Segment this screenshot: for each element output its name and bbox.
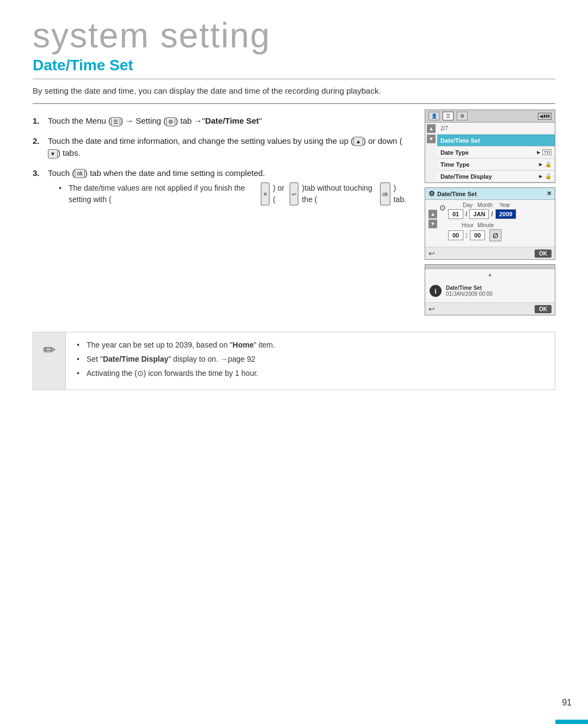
close-icon[interactable]: ✕	[547, 190, 552, 197]
step-1-number: 1.	[33, 115, 44, 127]
minute-label: Minute	[477, 222, 494, 228]
ui-panel-menu: 👤 ☰ ⚙ ◀▮▮▮ ▲ ▼ 2/7	[425, 109, 555, 183]
info-content: Date/Time Set 01/JAN/2009 00:00	[446, 285, 493, 297]
ok-icon: ok	[75, 169, 85, 178]
ok-btn-panel3[interactable]: OK	[535, 305, 552, 313]
bullet-1: •	[77, 340, 82, 351]
page-description: By setting the date and time, you can di…	[33, 86, 555, 104]
menu-icon: ☰	[111, 117, 120, 126]
panel3-arrow-row: ▲	[425, 269, 555, 279]
note-box: ✏ • The year can be set up to 2039, base…	[33, 332, 555, 390]
bullet-2: •	[77, 354, 82, 365]
step-3-text: Touch (ok) tab when the date and time se…	[48, 167, 408, 206]
bullet-3: •	[77, 368, 82, 379]
panel3-body: i Date/Time Set 01/JAN/2009 00:00	[425, 279, 555, 302]
panel2-title: Date/Time Set	[437, 191, 477, 197]
panel3-up-arrow: ▲	[487, 271, 493, 277]
date-labels-row: Day Month Year	[460, 202, 552, 208]
step-3-bullet: The date/time values are not applied if …	[59, 182, 408, 205]
minute-field[interactable]: 00	[470, 230, 485, 240]
menu-item-datetype-label: Date Type	[440, 149, 536, 156]
panel2-body: ▲ ▼ ⊙ Day Month Year	[425, 200, 555, 247]
note-icon-col: ✏	[33, 332, 66, 390]
cancel-circle-btn[interactable]: Ø	[489, 229, 501, 241]
clock-icon: ⊙	[439, 203, 446, 212]
step-3: 3. Touch (ok) tab when the date and time…	[33, 167, 408, 206]
menu-item-datetype[interactable]: Date Type ► TD	[437, 147, 555, 159]
menu-item-datetimedisp[interactable]: Date/Time Display ► 🔒	[437, 171, 555, 182]
note-text-3: Activating the (⊙) icon forwards the tim…	[87, 368, 258, 379]
row-number: 2/7	[440, 125, 448, 131]
gear-icon-panel2: ⚙	[428, 190, 435, 198]
menu-item-datetype-value: ► TD	[536, 149, 552, 155]
up-nav-btn[interactable]: ▲	[427, 124, 436, 133]
day-field[interactable]: 01	[448, 209, 463, 219]
back-btn-panel3[interactable]: ↩	[428, 305, 435, 313]
panel2-bottom: ↩ OK	[425, 247, 555, 259]
menu-row-num: 2/7	[437, 123, 555, 135]
person-icon: 👤	[428, 112, 439, 120]
note-item-1: • The year can be set up to 2039, based …	[77, 340, 544, 351]
panel2-content-row: ▲ ▼ ⊙ Day Month Year	[428, 202, 552, 245]
header-icons-row: 👤 ☰ ⚙	[428, 112, 468, 120]
step-2-number: 2.	[33, 135, 44, 160]
page-subtitle: Date/Time Set	[33, 57, 555, 80]
ui-panel-datetime: ⚙ Date/Time Set ✕ ▲ ▼ ⊙	[425, 187, 555, 260]
menu-item-datetime[interactable]: Date/Time Set	[437, 135, 555, 147]
back-icon: ↩	[290, 182, 298, 205]
gear-icon: ⚙	[166, 117, 175, 126]
panel-header-icons: 👤 ☰ ⚙ ◀▮▮▮	[425, 110, 555, 123]
sep1: /	[465, 210, 467, 218]
sep2: /	[491, 210, 493, 218]
back-btn-panel2[interactable]: ↩	[428, 249, 435, 258]
ui-panel-info: ▲ i Date/Time Set 01/JAN/2009 00:00 ↩ OK	[425, 264, 555, 315]
year-field[interactable]: 2009	[495, 209, 516, 219]
info-title: Date/Time Set	[446, 285, 493, 291]
panel3-bottom: ↩ OK	[425, 302, 555, 315]
note-text-2: Set "Date/Time Display" display to on. →…	[87, 354, 255, 365]
gear-icon-small: ⚙	[457, 112, 468, 120]
menu-item-timetype[interactable]: Time Type ► 🔒	[437, 159, 555, 171]
page-number: 91	[562, 698, 572, 708]
step-2-text: Touch the date and time information, and…	[48, 135, 408, 160]
info-value: 01/JAN/2009 00:00	[446, 291, 493, 297]
menu-icon-small: ☰	[443, 112, 454, 120]
down-nav-btn[interactable]: ▼	[427, 135, 436, 143]
step-1-text: Touch the Menu (☰) → Setting (⚙) tab →"D…	[48, 115, 408, 127]
panel2-title-bar: ⚙ Date/Time Set ✕	[425, 188, 555, 200]
panel2-nav: ▲ ▼	[428, 210, 437, 228]
ok-btn-panel2[interactable]: OK	[535, 250, 552, 258]
note-text-1: The year can be set up to 2039, based on…	[87, 340, 275, 351]
x-icon: ✕	[261, 182, 270, 205]
note-item-3: • Activating the (⊙) icon forwards the t…	[77, 368, 544, 379]
battery-icon: ◀▮▮▮	[538, 113, 552, 120]
ok-icon-2: ok	[380, 182, 390, 205]
note-item-2: • Set "Date/Time Display" display to on.…	[77, 354, 544, 365]
menu-list: 2/7 Date/Time Set Date Type ► TD Time Ty…	[437, 123, 555, 182]
steps-area: 1. Touch the Menu (☰) → Setting (⚙) tab …	[33, 115, 408, 315]
date-values-row: 01 / JAN / 2009	[448, 209, 552, 219]
sep3: :	[465, 232, 468, 239]
menu-body: ▲ ▼ 2/7 Date/Time Set Date Type ► TD	[425, 123, 555, 182]
year-label: Year	[495, 202, 514, 208]
menu-item-datetimedisp-value: ► 🔒	[538, 173, 552, 179]
page-num-bar	[555, 720, 588, 724]
step-1: 1. Touch the Menu (☰) → Setting (⚙) tab …	[33, 115, 408, 127]
hour-field[interactable]: 00	[448, 230, 463, 240]
time-labels-row: Hour Minute	[460, 222, 552, 228]
note-pencil-icon: ✏	[43, 341, 56, 359]
menu-item-timetype-label: Time Type	[440, 161, 538, 168]
month-field[interactable]: JAN	[469, 209, 489, 219]
down-arrow-icon: ▼	[48, 149, 58, 159]
down-btn-panel2[interactable]: ▼	[428, 220, 437, 228]
up-btn-panel2[interactable]: ▲	[428, 210, 437, 218]
menu-item-datetimedisp-label: Date/Time Display	[440, 173, 538, 180]
ui-screenshots: 👤 ☰ ⚙ ◀▮▮▮ ▲ ▼ 2/7	[425, 109, 555, 315]
step-2: 2. Touch the date and time information, …	[33, 135, 408, 160]
menu-item-timetype-value: ► 🔒	[538, 161, 552, 167]
step-1-bold: Date/Time Set	[205, 116, 259, 125]
dst-col: ⊙	[439, 203, 446, 212]
day-label: Day	[460, 202, 475, 208]
note-content: • The year can be set up to 2039, based …	[66, 332, 555, 390]
step-3-number: 3.	[33, 167, 44, 206]
